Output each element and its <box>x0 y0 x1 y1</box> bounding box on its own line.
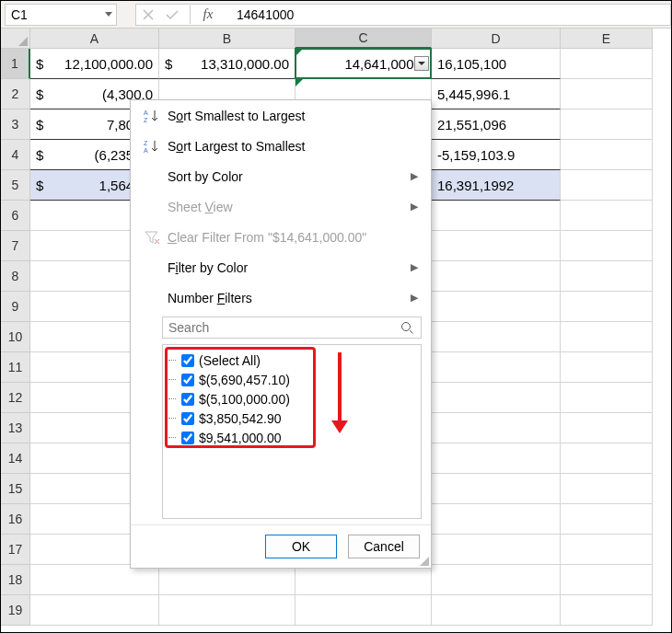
cell[interactable] <box>561 322 653 352</box>
cancel-button[interactable]: Cancel <box>348 535 420 558</box>
row-header[interactable]: 4 <box>1 140 30 170</box>
cell[interactable] <box>432 474 561 504</box>
sort-descending[interactable]: ZA Sort Largest to Smallest <box>131 131 431 161</box>
row-header[interactable]: 14 <box>1 443 30 474</box>
cell[interactable] <box>561 443 653 474</box>
filter-option[interactable]: $(5,690,457.10) <box>167 370 417 389</box>
cell[interactable] <box>432 595 561 626</box>
cell[interactable] <box>561 413 653 443</box>
filter-option[interactable]: (Select All) <box>167 351 417 370</box>
select-all-corner[interactable] <box>1 29 30 49</box>
cell[interactable] <box>432 535 561 565</box>
row-header[interactable]: 1 <box>1 49 30 79</box>
cell[interactable] <box>295 565 432 595</box>
filter-option[interactable]: $3,850,542.90 <box>167 409 417 428</box>
filter-option[interactable]: $9,541,000.00 <box>167 428 417 447</box>
col-header-E[interactable]: E <box>561 29 653 49</box>
row-header[interactable]: 8 <box>1 261 30 292</box>
cell[interactable] <box>561 504 653 535</box>
sort-by-color-label: Sort by Color <box>164 169 411 184</box>
sort-ascending[interactable]: AZ Sort Smallest to Largest <box>131 100 431 131</box>
cell[interactable] <box>432 231 561 261</box>
cell[interactable] <box>30 565 159 595</box>
row-header[interactable]: 13 <box>1 413 30 443</box>
cell[interactable] <box>295 595 432 626</box>
cell[interactable] <box>561 79 653 109</box>
cell[interactable] <box>432 565 561 595</box>
col-header-A[interactable]: A <box>30 29 159 49</box>
filter-option-checkbox[interactable] <box>181 374 194 386</box>
cell[interactable]: 14,641,000.0 <box>295 49 432 79</box>
cell[interactable] <box>432 201 561 231</box>
sort-by-color[interactable]: Sort by Color ▶ <box>131 161 431 191</box>
cell[interactable] <box>561 231 653 261</box>
row-header[interactable]: 16 <box>1 504 30 535</box>
cell[interactable]: 5,445,996.1 <box>432 79 561 109</box>
cell[interactable] <box>432 504 561 535</box>
row-header[interactable]: 15 <box>1 474 30 504</box>
col-header-B[interactable]: B <box>159 29 295 49</box>
cell[interactable] <box>561 49 653 79</box>
cell[interactable] <box>561 140 653 170</box>
cell[interactable] <box>561 109 653 140</box>
svg-text:Z: Z <box>144 117 148 123</box>
filter-option-checkbox[interactable] <box>181 432 194 444</box>
cell[interactable] <box>432 383 561 413</box>
row-header[interactable]: 6 <box>1 201 30 231</box>
ok-button[interactable]: OK <box>265 535 337 558</box>
cell[interactable]: 13,310,000.00 <box>159 49 295 79</box>
cell[interactable]: 21,551,096 <box>432 109 561 140</box>
cell[interactable] <box>432 352 561 383</box>
row-header[interactable]: 10 <box>1 322 30 352</box>
cell[interactable] <box>159 565 295 595</box>
col-header-D[interactable]: D <box>432 29 561 49</box>
cell[interactable]: -5,159,103.9 <box>432 140 561 170</box>
cell[interactable] <box>432 443 561 474</box>
cell[interactable] <box>561 292 653 322</box>
row-header[interactable]: 18 <box>1 565 30 595</box>
cell[interactable] <box>561 201 653 231</box>
filter-option-checkbox[interactable] <box>181 412 194 425</box>
cell[interactable]: 16,391,1992 <box>432 170 561 201</box>
filter-by-color[interactable]: Filter by Color ▶ <box>131 252 431 282</box>
filter-search-input[interactable] <box>163 320 400 335</box>
row-header[interactable]: 19 <box>1 595 30 626</box>
filter-option-checkbox[interactable] <box>181 354 194 367</box>
cell[interactable] <box>561 170 653 201</box>
filter-option-checkbox[interactable] <box>181 393 194 406</box>
filter-button[interactable] <box>414 56 429 71</box>
filter-by-color-label: Filter by Color <box>164 260 411 275</box>
cell[interactable] <box>561 535 653 565</box>
filter-option[interactable]: $(5,100,000.00) <box>167 389 417 409</box>
cell[interactable] <box>432 261 561 292</box>
row-header[interactable]: 5 <box>1 170 30 201</box>
cell[interactable] <box>159 595 295 626</box>
cell[interactable] <box>561 261 653 292</box>
sheet-view-label: Sheet View <box>164 200 411 214</box>
cell[interactable] <box>432 322 561 352</box>
filter-search[interactable] <box>162 316 422 339</box>
row-header[interactable]: 12 <box>1 383 30 413</box>
cell[interactable] <box>561 383 653 413</box>
row-header[interactable]: 3 <box>1 109 30 140</box>
row-header[interactable]: 11 <box>1 352 30 383</box>
cell[interactable] <box>561 474 653 504</box>
cell[interactable]: 16,105,100 <box>432 49 561 79</box>
row-header[interactable]: 7 <box>1 231 30 261</box>
row-header[interactable]: 17 <box>1 535 30 565</box>
row-header[interactable]: 2 <box>1 79 30 109</box>
cell[interactable] <box>30 595 159 626</box>
cell[interactable] <box>561 352 653 383</box>
cell[interactable] <box>432 413 561 443</box>
row-header[interactable]: 9 <box>1 292 30 322</box>
number-filters[interactable]: Number Filters ▶ <box>131 282 431 313</box>
formula-value[interactable]: 14641000 <box>220 4 671 26</box>
cell[interactable] <box>561 565 653 595</box>
col-header-C[interactable]: C <box>295 29 432 49</box>
resize-handle-icon[interactable] <box>420 557 429 566</box>
cell[interactable] <box>561 595 653 626</box>
name-box[interactable]: C1 <box>5 4 117 26</box>
cell[interactable] <box>432 292 561 322</box>
cell[interactable]: 12,100,000.00 <box>30 49 159 79</box>
fx-icon[interactable]: fx <box>196 4 220 26</box>
